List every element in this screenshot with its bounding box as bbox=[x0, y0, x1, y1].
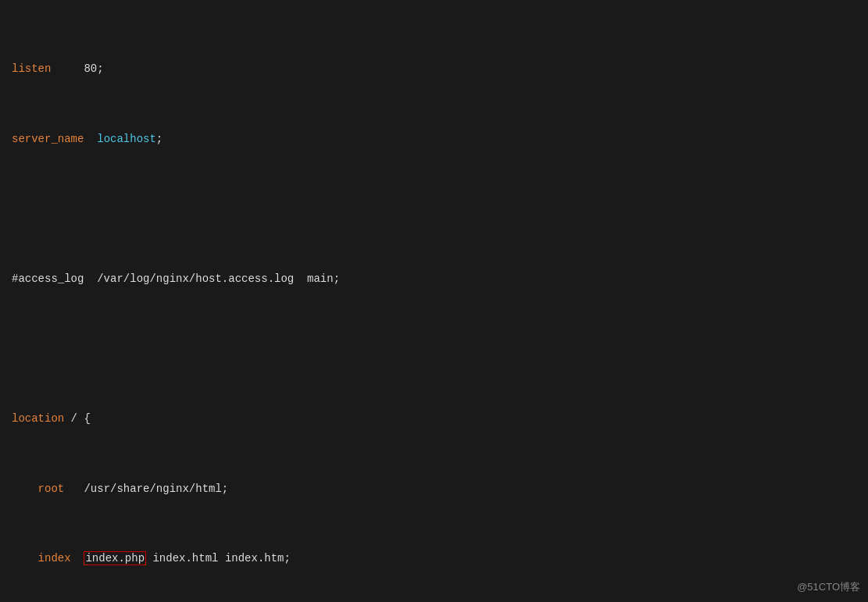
code-line-4: #access_log /var/log/nginx/host.access.l… bbox=[12, 270, 856, 287]
keyword-root: root bbox=[38, 483, 65, 495]
keyword-index: index bbox=[38, 552, 71, 565]
keyword-location: location bbox=[12, 412, 64, 425]
code-line-5 bbox=[12, 340, 856, 357]
code-line-6: location / { bbox=[12, 410, 856, 427]
code-editor: listen 80; server_name localhost; #acces… bbox=[0, 0, 868, 602]
code-line-7: root /usr/share/nginx/html; bbox=[12, 480, 856, 497]
comment-access-log: #access_log /var/log/nginx/host.access.l… bbox=[12, 273, 340, 285]
keyword-listen: listen bbox=[12, 62, 51, 75]
code-line-8: index index.php index.html index.htm; bbox=[12, 550, 856, 567]
code-line-3 bbox=[12, 200, 856, 217]
value-localhost: localhost bbox=[97, 133, 156, 145]
highlight-index-php: index.php bbox=[84, 551, 146, 565]
watermark: @51CTO博客 bbox=[797, 580, 860, 594]
keyword-server-name: server_name bbox=[12, 133, 84, 145]
code-line-1: listen 80; bbox=[12, 60, 856, 77]
code-line-2: server_name localhost; bbox=[12, 130, 856, 148]
